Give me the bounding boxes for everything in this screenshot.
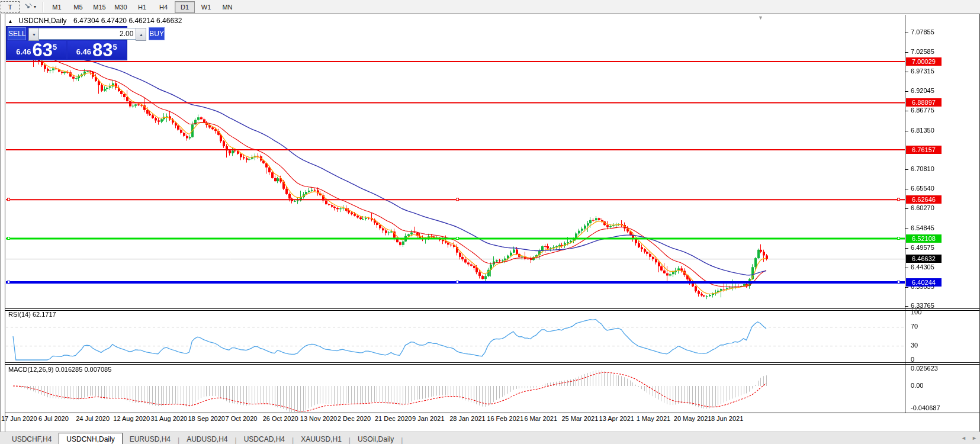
price-tick-label: 6.97315 bbox=[911, 67, 934, 75]
timeframe-button-h4[interactable]: H4 bbox=[153, 1, 173, 13]
price-tick-label: 6.44305 bbox=[911, 263, 934, 271]
price-line-label: 6.62646 bbox=[906, 195, 942, 204]
rsi-label: RSI(14) 62.1717 bbox=[8, 311, 56, 318]
buy-price-prefix: 6.46 bbox=[76, 47, 91, 56]
buy-price-pip: 5 bbox=[113, 43, 117, 52]
timeframe-button-mn[interactable]: MN bbox=[217, 1, 237, 13]
tab-scroll-right-button[interactable]: ► bbox=[970, 434, 979, 442]
volume-increase-button[interactable]: ▲ bbox=[136, 28, 146, 41]
rsi-axis-label: 0 bbox=[911, 356, 914, 363]
date-tick-label: 25 Mar 2021 bbox=[562, 415, 599, 422]
timeframe-button-h1[interactable]: H1 bbox=[132, 1, 152, 13]
symbol-marker-icon: ▲ bbox=[8, 18, 13, 24]
buy-price-digits: 83 bbox=[92, 42, 113, 59]
tab-audusd-h4[interactable]: AUDUSD,H4 bbox=[179, 434, 234, 444]
price-tick-mark bbox=[905, 189, 908, 189]
timeframe-button-m15[interactable]: M15 bbox=[89, 1, 110, 13]
price-tick-label: 6.70810 bbox=[911, 165, 934, 172]
date-tick-label: 13 Nov 2020 bbox=[300, 415, 337, 422]
price-tick-mark bbox=[905, 52, 908, 53]
volume-decrease-button[interactable]: ▼ bbox=[28, 28, 39, 41]
macd-axis-label: -0.040687 bbox=[911, 404, 940, 411]
price-tick-mark bbox=[905, 111, 908, 111]
date-tick-label: 13 Apr 2021 bbox=[599, 415, 634, 422]
price-tick-mark bbox=[905, 287, 908, 288]
tab-xauusd-h1[interactable]: XAUUSD,H1 bbox=[294, 434, 349, 444]
volume-stepper: ▼ ▲ bbox=[28, 28, 146, 40]
tab-usdcnh-daily[interactable]: USDCNH,Daily bbox=[59, 433, 122, 444]
price-tick-label: 6.81350 bbox=[911, 127, 934, 134]
price-axis-divider bbox=[905, 15, 905, 413]
date-tick-label: 17 Jun 2020 bbox=[1, 415, 37, 422]
chart-shift-marker-icon[interactable]: ▼ bbox=[758, 15, 763, 21]
chart-tab-bar: USDCHF,H4USDCNH,DailyEURUSD,H4|AUDUSD,H4… bbox=[0, 432, 980, 444]
timeframe-button-w1[interactable]: W1 bbox=[196, 1, 216, 13]
macd-label: MACD(12,26,9) 0.016285 0.007085 bbox=[8, 366, 111, 373]
sell-price-pip: 5 bbox=[53, 43, 57, 52]
date-tick-label: 8 Jun 2021 bbox=[711, 415, 743, 422]
date-tick-label: 26 Oct 2020 bbox=[263, 415, 298, 422]
date-tick-label: 1 May 2021 bbox=[637, 415, 670, 422]
price-tick-mark bbox=[905, 248, 908, 249]
price-tick-mark bbox=[905, 268, 908, 268]
date-tick-label: 2 Dec 2020 bbox=[338, 415, 371, 422]
timeframe-button-m30[interactable]: M30 bbox=[111, 1, 131, 13]
macd-axis-label: 0.025623 bbox=[911, 365, 938, 372]
date-tick-label: 18 Sep 2020 bbox=[188, 415, 225, 422]
date-tick-label: 31 Aug 2020 bbox=[150, 415, 187, 422]
price-tick-mark bbox=[905, 72, 908, 72]
price-tick-mark bbox=[905, 169, 908, 170]
sell-price-display[interactable]: 6.46 63 5 bbox=[7, 41, 66, 59]
rsi-panel-separator[interactable] bbox=[5, 308, 979, 311]
date-tick-label: 16 Feb 2021 bbox=[487, 415, 523, 422]
price-tick-mark bbox=[905, 91, 908, 92]
macd-panel-separator[interactable] bbox=[5, 362, 979, 365]
one-click-trading-panel: SELL ▼ ▲ BUY 6.46 63 5 6.46 83 5 bbox=[6, 26, 127, 60]
rsi-axis-label: 100 bbox=[911, 308, 921, 316]
buy-price-display[interactable]: 6.46 83 5 bbox=[68, 41, 127, 59]
chart-ohlc-values: 6.47304 6.47420 6.46214 6.46632 bbox=[73, 17, 182, 25]
chart-bottom-border bbox=[5, 413, 979, 413]
buy-button[interactable]: BUY bbox=[149, 27, 165, 40]
price-line-label: 7.00029 bbox=[906, 57, 942, 66]
rsi-axis-label: 70 bbox=[911, 323, 918, 330]
tab-usdcad-h4[interactable]: USDCAD,H4 bbox=[237, 434, 292, 444]
timeframe-button-m1[interactable]: M1 bbox=[47, 1, 67, 13]
objects-tool-button[interactable]: ▾ bbox=[21, 1, 40, 13]
price-tick-mark bbox=[905, 208, 908, 209]
price-tick-label: 7.02585 bbox=[911, 48, 934, 55]
chart-canvas[interactable] bbox=[6, 15, 905, 413]
price-tick-mark bbox=[905, 306, 908, 307]
volume-input[interactable] bbox=[39, 28, 136, 40]
date-tick-label: 6 Jul 2020 bbox=[38, 415, 69, 422]
tab-scroll-left-button[interactable]: ◄ bbox=[959, 434, 968, 442]
toolbar-separator bbox=[43, 2, 44, 12]
sell-button[interactable]: SELL bbox=[8, 27, 26, 40]
timeframe-button-d1[interactable]: D1 bbox=[175, 1, 195, 13]
price-tick-mark bbox=[905, 131, 908, 131]
date-tick-label: 20 May 2021 bbox=[674, 415, 712, 422]
tab-eurusd-h4[interactable]: EURUSD,H4 bbox=[123, 434, 178, 444]
tab-separator: | bbox=[401, 436, 403, 444]
timeframe-button-m5[interactable]: M5 bbox=[68, 1, 88, 13]
price-tick-label: 6.65540 bbox=[911, 185, 934, 192]
window-left-border bbox=[0, 14, 1, 444]
sell-price-digits: 63 bbox=[33, 42, 53, 59]
sell-price-prefix: 6.46 bbox=[16, 47, 31, 56]
price-tick-label: 6.60270 bbox=[911, 204, 934, 211]
date-tick-label: 21 Dec 2020 bbox=[375, 415, 412, 422]
date-tick-label: 24 Jul 2020 bbox=[76, 415, 110, 422]
price-line-label: 6.52108 bbox=[906, 234, 942, 243]
price-line-label: 6.88897 bbox=[906, 98, 942, 107]
date-tick-label: 28 Jan 2021 bbox=[449, 415, 486, 422]
price-tick-label: 6.92045 bbox=[911, 87, 934, 94]
text-tool-button[interactable]: T bbox=[1, 1, 20, 13]
chart-symbol-period: USDCNH,Daily bbox=[18, 17, 66, 25]
price-tick-mark bbox=[905, 229, 908, 229]
tab-usoil-daily[interactable]: USOil,Daily bbox=[351, 434, 401, 444]
price-line-label: 6.40244 bbox=[906, 278, 942, 287]
top-toolbar: T ▾ M1M5M15M30H1H4D1W1MN bbox=[0, 0, 980, 14]
date-tick-label: 12 Aug 2020 bbox=[113, 415, 150, 422]
price-tick-label: 6.49575 bbox=[911, 244, 934, 251]
tab-usdchf-h4[interactable]: USDCHF,H4 bbox=[5, 434, 59, 444]
